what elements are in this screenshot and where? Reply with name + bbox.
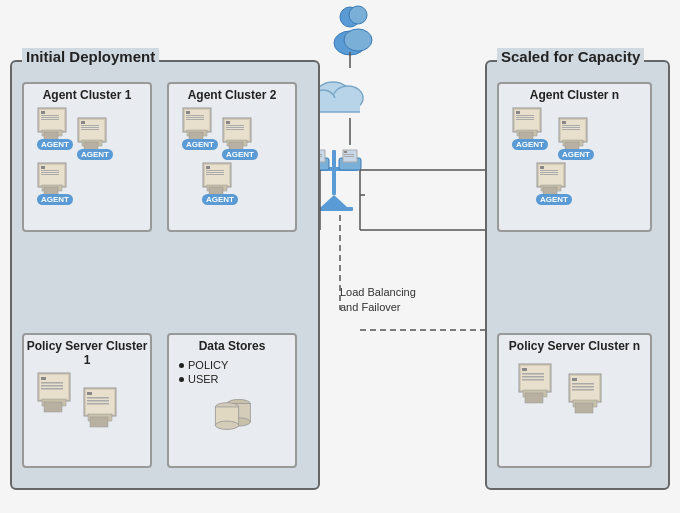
svg-point-108 (215, 421, 238, 429)
svg-rect-93 (41, 385, 63, 387)
svg-rect-136 (525, 393, 543, 403)
svg-rect-99 (87, 392, 92, 395)
svg-point-4 (315, 82, 351, 110)
agent-cluster-1-label: Agent Cluster 1 (24, 84, 150, 104)
svg-rect-100 (87, 397, 109, 399)
svg-rect-116 (516, 119, 534, 120)
user-item: USER (179, 373, 285, 385)
svg-rect-137 (522, 368, 527, 371)
svg-rect-21 (344, 154, 354, 155)
svg-rect-123 (562, 127, 580, 128)
svg-rect-59 (41, 166, 45, 169)
main-container: Initial Deployment Agent Cluster 1 (0, 0, 680, 513)
svg-point-5 (333, 86, 363, 110)
svg-rect-94 (41, 388, 63, 390)
scaled-capacity-label: Scaled for Capacity (497, 48, 644, 65)
lb-text: Load Balancing and Failover (340, 285, 416, 316)
svg-rect-45 (41, 117, 59, 118)
policy-cluster-1-label: Policy Server Cluster 1 (24, 335, 150, 369)
svg-rect-67 (186, 111, 190, 114)
svg-rect-90 (44, 402, 62, 412)
initial-deployment-box: Initial Deployment Agent Cluster 1 (10, 60, 320, 490)
server-icon-3: AGENT (36, 159, 74, 207)
agent-cluster-2-box: Agent Cluster 2 AGENT (167, 82, 297, 232)
svg-marker-13 (321, 195, 347, 207)
svg-rect-115 (516, 117, 534, 118)
svg-rect-43 (41, 111, 45, 114)
svg-point-2 (349, 6, 367, 24)
policy-cluster-n-label: Policy Server Cluster n (499, 335, 650, 355)
svg-rect-54 (81, 129, 99, 130)
policy-cluster-n-box: Policy Server Cluster n (497, 333, 652, 468)
svg-rect-85 (206, 172, 224, 173)
svg-rect-70 (186, 119, 204, 120)
agent-cluster-n-label: Agent Cluster n (499, 84, 650, 104)
server-icon-2: AGENT (76, 114, 114, 162)
svg-point-1 (334, 31, 366, 55)
bullet-icon (179, 363, 184, 368)
server-icon-pn2 (567, 370, 609, 424)
server-icon-n3: AGENT (535, 159, 573, 207)
agent-badge: AGENT (558, 149, 594, 160)
agent-badge: AGENT (182, 139, 218, 150)
server-icon-1: AGENT (36, 104, 74, 152)
svg-rect-7 (318, 98, 360, 112)
svg-rect-91 (41, 377, 46, 380)
policy-cluster-1-box: Policy Server Cluster 1 (22, 333, 152, 468)
svg-rect-75 (226, 121, 230, 124)
svg-rect-147 (572, 386, 594, 388)
agent-badge: AGENT (37, 139, 73, 150)
svg-rect-102 (87, 403, 109, 405)
svg-rect-68 (186, 115, 204, 116)
svg-rect-92 (41, 382, 63, 384)
server-icon-pn1 (517, 360, 559, 414)
policy-label: POLICY (188, 359, 228, 371)
svg-rect-78 (226, 129, 244, 130)
data-stores-content: POLICY USER (169, 355, 295, 391)
svg-rect-77 (226, 127, 244, 128)
svg-rect-145 (572, 378, 577, 381)
agent-badge: AGENT (202, 194, 238, 205)
agent-badge: AGENT (512, 139, 548, 150)
svg-rect-83 (206, 166, 210, 169)
server-icon-p1 (36, 369, 78, 423)
svg-rect-60 (41, 170, 59, 171)
svg-rect-69 (186, 117, 204, 118)
svg-rect-140 (522, 379, 544, 381)
bullet-icon-2 (179, 377, 184, 382)
svg-rect-61 (41, 172, 59, 173)
svg-rect-114 (516, 115, 534, 116)
svg-rect-130 (540, 170, 558, 171)
agent-badge: AGENT (77, 149, 113, 160)
server-icon-5: AGENT (221, 114, 259, 162)
lb-line2: and Failover (340, 300, 416, 315)
svg-rect-101 (87, 400, 109, 402)
user-label: USER (188, 373, 219, 385)
svg-rect-20 (344, 151, 347, 153)
svg-rect-122 (562, 125, 580, 126)
server-icon-4: AGENT (181, 104, 219, 152)
svg-rect-86 (206, 174, 224, 175)
svg-rect-44 (41, 115, 59, 116)
svg-rect-121 (562, 121, 566, 124)
data-stores-box: Data Stores POLICY USER (167, 333, 297, 468)
server-icon-n2: AGENT (557, 114, 595, 162)
svg-rect-12 (339, 158, 361, 170)
svg-rect-19 (343, 150, 357, 162)
svg-rect-14 (315, 207, 353, 211)
svg-rect-9 (332, 150, 336, 195)
svg-rect-129 (540, 166, 544, 169)
server-icon-n1: AGENT (511, 104, 549, 152)
agent-cluster-n-box: Agent Cluster n AGENT (497, 82, 652, 232)
svg-point-3 (344, 29, 372, 51)
initial-deployment-label: Initial Deployment (22, 48, 159, 65)
svg-rect-22 (344, 156, 354, 157)
agent-badge: AGENT (536, 194, 572, 205)
svg-rect-46 (41, 119, 59, 120)
agent-cluster-1-box: Agent Cluster 1 AGENT (22, 82, 152, 232)
lb-line1: Load Balancing (340, 285, 416, 300)
server-icon-p2 (82, 384, 124, 438)
server-icon-6: AGENT (201, 159, 239, 207)
database-icon (207, 395, 257, 433)
agent-badge: AGENT (222, 149, 258, 160)
